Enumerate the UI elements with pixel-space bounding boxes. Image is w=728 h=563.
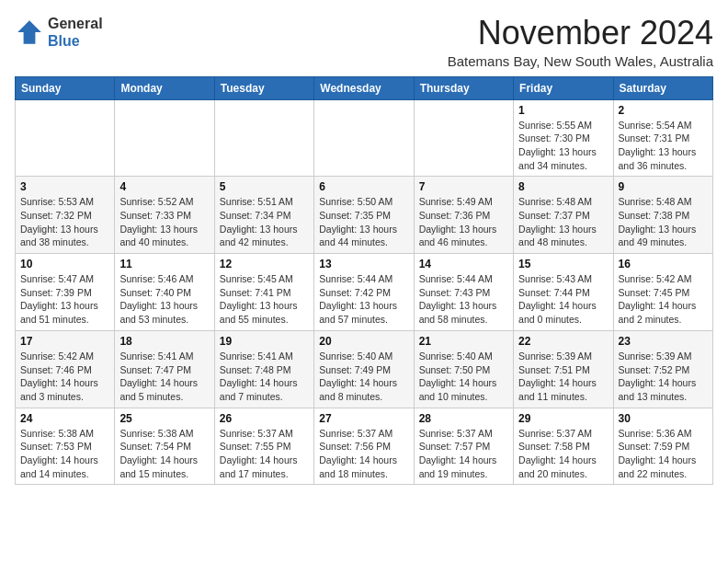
calendar-body: 1Sunrise: 5:55 AM Sunset: 7:30 PM Daylig…	[16, 99, 713, 485]
calendar-cell: 25Sunrise: 5:38 AM Sunset: 7:54 PM Dayli…	[115, 408, 214, 485]
day-info: Sunrise: 5:49 AM Sunset: 7:36 PM Dayligh…	[419, 195, 508, 249]
calendar-cell: 24Sunrise: 5:38 AM Sunset: 7:53 PM Dayli…	[16, 408, 115, 485]
calendar-cell: 21Sunrise: 5:40 AM Sunset: 7:50 PM Dayli…	[414, 330, 513, 408]
day-info: Sunrise: 5:51 AM Sunset: 7:34 PM Dayligh…	[220, 195, 309, 249]
calendar-cell: 15Sunrise: 5:43 AM Sunset: 7:44 PM Dayli…	[514, 254, 613, 331]
calendar-week-row: 3Sunrise: 5:53 AM Sunset: 7:32 PM Daylig…	[16, 177, 713, 254]
weekday-header-row: SundayMondayTuesdayWednesdayThursdayFrid…	[16, 76, 713, 99]
calendar-cell: 12Sunrise: 5:45 AM Sunset: 7:41 PM Dayli…	[214, 254, 313, 331]
day-number: 11	[119, 258, 209, 270]
day-number: 7	[419, 180, 508, 193]
calendar-cell: 27Sunrise: 5:37 AM Sunset: 7:56 PM Dayli…	[314, 408, 414, 485]
weekday-header-cell: Sunday	[16, 76, 115, 99]
day-number: 25	[119, 412, 209, 425]
calendar-cell: 2Sunrise: 5:54 AM Sunset: 7:31 PM Daylig…	[613, 99, 712, 177]
calendar-cell: 20Sunrise: 5:40 AM Sunset: 7:49 PM Dayli…	[314, 330, 414, 408]
calendar-cell	[115, 99, 214, 177]
day-number: 8	[518, 180, 608, 193]
calendar-cell: 3Sunrise: 5:53 AM Sunset: 7:32 PM Daylig…	[16, 177, 115, 254]
day-info: Sunrise: 5:40 AM Sunset: 7:49 PM Dayligh…	[319, 350, 408, 404]
day-number: 9	[619, 180, 708, 193]
calendar-table: SundayMondayTuesdayWednesdayThursdayFrid…	[15, 76, 713, 486]
day-number: 30	[619, 412, 708, 425]
day-number: 22	[518, 335, 608, 348]
calendar-cell: 10Sunrise: 5:47 AM Sunset: 7:39 PM Dayli…	[16, 254, 115, 331]
day-info: Sunrise: 5:38 AM Sunset: 7:54 PM Dayligh…	[119, 427, 209, 481]
weekday-header-cell: Tuesday	[214, 76, 313, 99]
day-number: 5	[220, 180, 309, 193]
calendar-cell: 8Sunrise: 5:48 AM Sunset: 7:37 PM Daylig…	[514, 177, 613, 254]
day-info: Sunrise: 5:48 AM Sunset: 7:37 PM Dayligh…	[518, 195, 608, 249]
day-number: 21	[419, 335, 508, 348]
calendar-cell: 28Sunrise: 5:37 AM Sunset: 7:57 PM Dayli…	[414, 408, 513, 485]
calendar-cell: 11Sunrise: 5:46 AM Sunset: 7:40 PM Dayli…	[115, 254, 214, 331]
day-info: Sunrise: 5:42 AM Sunset: 7:46 PM Dayligh…	[20, 350, 109, 404]
calendar-cell: 9Sunrise: 5:48 AM Sunset: 7:38 PM Daylig…	[613, 177, 712, 254]
calendar-cell: 16Sunrise: 5:42 AM Sunset: 7:45 PM Dayli…	[613, 254, 712, 331]
calendar-cell: 14Sunrise: 5:44 AM Sunset: 7:43 PM Dayli…	[414, 254, 513, 331]
title-block: November 2024 Batemans Bay, New South Wa…	[448, 15, 713, 69]
calendar-cell: 18Sunrise: 5:41 AM Sunset: 7:47 PM Dayli…	[115, 330, 214, 408]
day-number: 4	[119, 180, 209, 193]
calendar-cell	[314, 99, 414, 177]
calendar-cell: 6Sunrise: 5:50 AM Sunset: 7:35 PM Daylig…	[314, 177, 414, 254]
day-number: 17	[20, 335, 109, 348]
day-number: 14	[419, 258, 508, 270]
day-info: Sunrise: 5:41 AM Sunset: 7:48 PM Dayligh…	[220, 350, 309, 404]
weekday-header-cell: Thursday	[414, 76, 513, 99]
day-info: Sunrise: 5:39 AM Sunset: 7:51 PM Dayligh…	[518, 350, 608, 404]
calendar-week-row: 17Sunrise: 5:42 AM Sunset: 7:46 PM Dayli…	[16, 330, 713, 408]
weekday-header-cell: Wednesday	[314, 76, 414, 99]
calendar-week-row: 24Sunrise: 5:38 AM Sunset: 7:53 PM Dayli…	[16, 408, 713, 485]
day-info: Sunrise: 5:37 AM Sunset: 7:56 PM Dayligh…	[319, 427, 408, 481]
day-number: 18	[119, 335, 209, 348]
calendar-cell	[16, 99, 115, 177]
calendar-cell: 17Sunrise: 5:42 AM Sunset: 7:46 PM Dayli…	[16, 330, 115, 408]
day-info: Sunrise: 5:45 AM Sunset: 7:41 PM Dayligh…	[220, 272, 309, 327]
weekday-header-cell: Monday	[115, 76, 214, 99]
calendar-cell: 4Sunrise: 5:52 AM Sunset: 7:33 PM Daylig…	[115, 177, 214, 254]
logo-text: General Blue	[48, 15, 103, 50]
day-number: 2	[619, 104, 708, 117]
logo: General Blue	[15, 15, 103, 50]
day-info: Sunrise: 5:44 AM Sunset: 7:43 PM Dayligh…	[419, 272, 508, 327]
day-info: Sunrise: 5:50 AM Sunset: 7:35 PM Dayligh…	[319, 195, 408, 249]
day-info: Sunrise: 5:53 AM Sunset: 7:32 PM Dayligh…	[20, 195, 109, 249]
calendar-cell: 29Sunrise: 5:37 AM Sunset: 7:58 PM Dayli…	[514, 408, 613, 485]
logo-icon	[15, 17, 44, 47]
day-number: 10	[20, 258, 109, 270]
calendar-cell: 1Sunrise: 5:55 AM Sunset: 7:30 PM Daylig…	[514, 99, 613, 177]
day-info: Sunrise: 5:38 AM Sunset: 7:53 PM Dayligh…	[20, 427, 109, 481]
weekday-header-cell: Saturday	[613, 76, 712, 99]
month-title: November 2024	[448, 15, 713, 52]
day-info: Sunrise: 5:43 AM Sunset: 7:44 PM Dayligh…	[518, 272, 608, 327]
day-info: Sunrise: 5:46 AM Sunset: 7:40 PM Dayligh…	[119, 272, 209, 327]
day-number: 24	[20, 412, 109, 425]
day-info: Sunrise: 5:40 AM Sunset: 7:50 PM Dayligh…	[419, 350, 508, 404]
day-number: 13	[319, 258, 408, 270]
location-title: Batemans Bay, New South Wales, Australia	[448, 53, 713, 69]
day-info: Sunrise: 5:42 AM Sunset: 7:45 PM Dayligh…	[619, 272, 708, 327]
calendar-cell: 23Sunrise: 5:39 AM Sunset: 7:52 PM Dayli…	[613, 330, 712, 408]
day-number: 6	[319, 180, 408, 193]
calendar-cell: 5Sunrise: 5:51 AM Sunset: 7:34 PM Daylig…	[214, 177, 313, 254]
day-info: Sunrise: 5:37 AM Sunset: 7:57 PM Dayligh…	[419, 427, 508, 481]
day-number: 15	[518, 258, 608, 270]
day-info: Sunrise: 5:37 AM Sunset: 7:58 PM Dayligh…	[518, 427, 608, 481]
day-info: Sunrise: 5:52 AM Sunset: 7:33 PM Dayligh…	[119, 195, 209, 249]
day-info: Sunrise: 5:54 AM Sunset: 7:31 PM Dayligh…	[619, 119, 708, 173]
day-number: 29	[518, 412, 608, 425]
day-info: Sunrise: 5:37 AM Sunset: 7:55 PM Dayligh…	[220, 427, 309, 481]
weekday-header-cell: Friday	[514, 76, 613, 99]
day-number: 23	[619, 335, 708, 348]
calendar-week-row: 10Sunrise: 5:47 AM Sunset: 7:39 PM Dayli…	[16, 254, 713, 331]
calendar-cell: 13Sunrise: 5:44 AM Sunset: 7:42 PM Dayli…	[314, 254, 414, 331]
day-info: Sunrise: 5:36 AM Sunset: 7:59 PM Dayligh…	[619, 427, 708, 481]
calendar-cell: 30Sunrise: 5:36 AM Sunset: 7:59 PM Dayli…	[613, 408, 712, 485]
day-number: 28	[419, 412, 508, 425]
svg-marker-0	[17, 20, 41, 44]
day-number: 16	[619, 258, 708, 270]
day-number: 12	[220, 258, 309, 270]
day-number: 1	[518, 104, 608, 117]
calendar-week-row: 1Sunrise: 5:55 AM Sunset: 7:30 PM Daylig…	[16, 99, 713, 177]
